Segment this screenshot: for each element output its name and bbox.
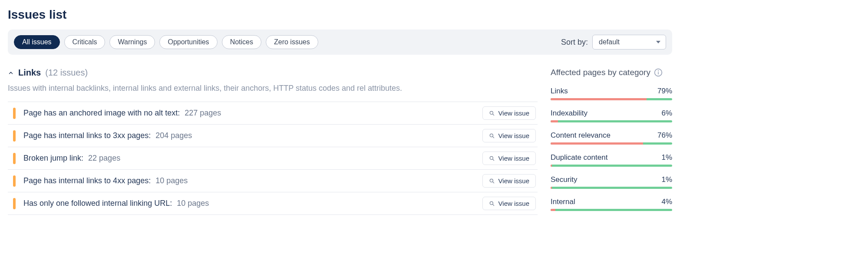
category-links[interactable]: Links 79% xyxy=(551,87,672,100)
severity-warning-icon xyxy=(13,130,16,142)
severity-warning-icon xyxy=(13,153,16,164)
severity-warning-icon xyxy=(13,198,16,209)
issue-title: Broken jump link: 22 pages xyxy=(23,154,482,163)
category-label: Internal xyxy=(551,198,575,206)
category-bar xyxy=(551,98,672,100)
pill-all-issues[interactable]: All issues xyxy=(14,35,60,49)
section-description: Issues with internal backlinks, internal… xyxy=(8,84,538,93)
category-content-relevance[interactable]: Content relevance 76% xyxy=(551,131,672,145)
view-issue-button[interactable]: View issue xyxy=(482,174,536,188)
category-pct: 4% xyxy=(661,198,672,206)
category-pct: 79% xyxy=(657,87,672,96)
pill-notices[interactable]: Notices xyxy=(222,35,261,49)
page-title: Issues list xyxy=(8,8,672,22)
category-bar xyxy=(551,187,672,189)
severity-warning-icon xyxy=(13,108,16,119)
pill-zero-issues[interactable]: Zero issues xyxy=(266,35,318,49)
sort-select-value: default xyxy=(599,38,620,46)
category-duplicate-content[interactable]: Duplicate content 1% xyxy=(551,153,672,167)
svg-point-0 xyxy=(490,111,493,114)
chevron-up-icon xyxy=(8,70,14,76)
issue-count: 22 pages xyxy=(88,154,120,162)
svg-point-3 xyxy=(490,179,493,182)
search-icon xyxy=(489,133,495,139)
search-icon xyxy=(489,155,495,162)
svg-point-4 xyxy=(490,201,493,205)
search-icon xyxy=(489,110,495,116)
category-bar xyxy=(551,209,672,211)
category-pct: 76% xyxy=(657,131,672,140)
sort-select[interactable]: default xyxy=(592,35,666,49)
info-icon[interactable] xyxy=(654,68,663,77)
category-label: Links xyxy=(551,87,568,96)
view-issue-button[interactable]: View issue xyxy=(482,129,536,142)
issue-row: Broken jump link: 22 pages View issue xyxy=(8,147,538,169)
view-issue-label: View issue xyxy=(498,177,529,185)
search-icon xyxy=(489,178,495,184)
section-title: Links xyxy=(18,68,41,78)
view-issue-label: View issue xyxy=(498,155,529,162)
view-issue-label: View issue xyxy=(498,200,529,207)
pill-opportunities[interactable]: Opportunities xyxy=(159,35,217,49)
categories-title: Affected pages by category xyxy=(551,68,650,77)
view-issue-button[interactable]: View issue xyxy=(482,106,536,120)
category-pct: 1% xyxy=(661,153,672,162)
issue-title: Page has internal links to 3xx pages: 20… xyxy=(23,131,482,140)
category-bar xyxy=(551,120,672,122)
svg-point-1 xyxy=(490,134,493,137)
svg-point-2 xyxy=(490,156,493,159)
category-security[interactable]: Security 1% xyxy=(551,175,672,189)
view-issue-button[interactable]: View issue xyxy=(482,152,536,165)
svg-point-6 xyxy=(658,70,659,71)
issue-row: Page has internal links to 4xx pages: 10… xyxy=(8,169,538,192)
issue-title: Has only one followed internal linking U… xyxy=(23,199,482,208)
view-issue-label: View issue xyxy=(498,109,529,117)
svg-rect-7 xyxy=(658,72,659,75)
issue-count: 204 pages xyxy=(155,131,192,140)
issue-title: Page has internal links to 4xx pages: 10… xyxy=(23,176,482,185)
sort-controls: Sort by: default xyxy=(561,35,666,49)
category-label: Security xyxy=(551,175,577,184)
category-pct: 6% xyxy=(661,109,672,118)
issue-count: 10 pages xyxy=(177,199,209,208)
pill-criticals[interactable]: Criticals xyxy=(64,35,106,49)
issues-list: Page has an anchored image with no alt t… xyxy=(8,102,538,215)
severity-warning-icon xyxy=(13,175,16,187)
section-header-links[interactable]: Links (12 issues) xyxy=(8,68,538,78)
pill-warnings[interactable]: Warnings xyxy=(109,35,155,49)
chevron-down-icon xyxy=(656,41,660,43)
issue-row: Page has an anchored image with no alt t… xyxy=(8,102,538,124)
sort-by-label: Sort by: xyxy=(561,38,588,47)
category-label: Content relevance xyxy=(551,131,611,140)
filter-pills: All issues Criticals Warnings Opportunit… xyxy=(14,35,318,49)
issue-count: 227 pages xyxy=(185,109,221,117)
search-icon xyxy=(489,201,495,207)
category-indexability[interactable]: Indexability 6% xyxy=(551,109,672,122)
category-label: Duplicate content xyxy=(551,153,607,162)
category-bar xyxy=(551,165,672,167)
categories-title-row: Affected pages by category xyxy=(551,68,672,77)
filter-bar: All issues Criticals Warnings Opportunit… xyxy=(8,30,672,55)
issue-row: Page has internal links to 3xx pages: 20… xyxy=(8,124,538,147)
category-label: Indexability xyxy=(551,109,587,118)
issue-row: Has only one followed internal linking U… xyxy=(8,192,538,215)
issue-count: 10 pages xyxy=(155,176,188,185)
issue-title: Page has an anchored image with no alt t… xyxy=(23,109,482,118)
view-issue-label: View issue xyxy=(498,132,529,139)
category-bar xyxy=(551,142,672,145)
category-internal[interactable]: Internal 4% xyxy=(551,198,672,211)
section-count: (12 issues) xyxy=(45,68,88,78)
view-issue-button[interactable]: View issue xyxy=(482,197,536,210)
category-pct: 1% xyxy=(661,175,672,184)
